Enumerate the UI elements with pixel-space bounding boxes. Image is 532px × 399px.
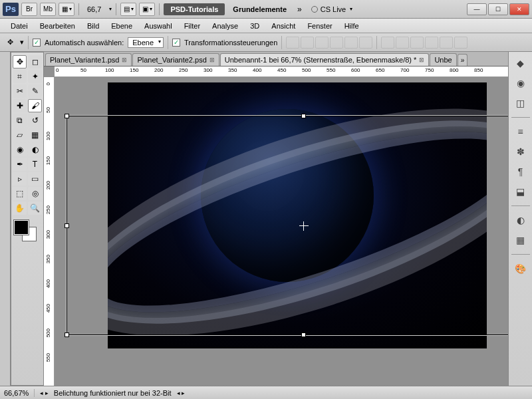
- tab-more[interactable]: »: [458, 54, 468, 66]
- transform-bounding-box[interactable]: [66, 116, 508, 335]
- dist-left[interactable]: [425, 37, 438, 49]
- menu-fenster[interactable]: Fenster: [302, 20, 337, 32]
- zoom-value[interactable]: 66,7: [83, 5, 105, 13]
- bridge-button[interactable]: Br: [21, 3, 37, 16]
- align-right[interactable]: [359, 37, 372, 49]
- adjustments-panel-icon[interactable]: ≡: [513, 124, 528, 139]
- horizontal-ruler[interactable]: 0501001502002503003504004505005506006507…: [55, 66, 508, 77]
- dodge-tool[interactable]: ◐: [28, 143, 42, 156]
- stamp-tool[interactable]: ⧉: [13, 114, 27, 127]
- align-left[interactable]: [330, 37, 343, 49]
- minimize-button[interactable]: —: [467, 3, 487, 15]
- workspace-more-icon[interactable]: »: [295, 5, 305, 14]
- dist-right[interactable]: [454, 37, 467, 49]
- bw-panel-icon[interactable]: ◐: [513, 213, 528, 227]
- wand-tool[interactable]: ✦: [28, 70, 42, 83]
- menu-ebene[interactable]: Ebene: [106, 20, 138, 32]
- canvas-area[interactable]: [55, 77, 508, 386]
- crop-tool[interactable]: ✂: [13, 84, 27, 98]
- move-tool-icon[interactable]: ✥: [4, 37, 16, 49]
- auto-select-checkbox[interactable]: ✓: [33, 39, 41, 47]
- color-panel-icon[interactable]: 🎨: [513, 261, 528, 276]
- screenmode-button[interactable]: ▣▾: [139, 3, 155, 16]
- paths-panel-icon[interactable]: ◫: [513, 96, 528, 110]
- hand-tool[interactable]: ✋: [13, 201, 27, 215]
- 3d-camera-tool[interactable]: ◎: [28, 187, 42, 200]
- transform-handle-sw[interactable]: [65, 332, 69, 337]
- transform-center[interactable]: [299, 221, 309, 231]
- align-vcenter[interactable]: [301, 37, 314, 49]
- status-zoom[interactable]: 66,67%: [4, 389, 35, 397]
- tab-planet-variante1[interactable]: Planet_Variante1.psd⊠: [45, 53, 132, 66]
- vertical-ruler[interactable]: 050100150200250300350400450500550: [44, 77, 55, 386]
- transform-handle-s[interactable]: [301, 332, 306, 337]
- color-swatches[interactable]: [13, 220, 39, 244]
- shape-tool[interactable]: ▭: [28, 172, 42, 186]
- menu-auswahl[interactable]: Auswahl: [139, 20, 178, 32]
- menu-bearbeiten[interactable]: Bearbeiten: [35, 20, 80, 32]
- menu-ansicht[interactable]: Ansicht: [266, 20, 301, 32]
- gradient-tool[interactable]: ▦: [28, 128, 42, 142]
- lasso-tool[interactable]: ⌗: [13, 70, 27, 83]
- menu-analyse[interactable]: Analyse: [207, 20, 243, 32]
- menu-datei[interactable]: Datei: [5, 20, 33, 32]
- marquee-tool[interactable]: ◻: [28, 55, 42, 68]
- history-brush-tool[interactable]: ↺: [28, 114, 42, 127]
- tab-planet-variante2[interactable]: Planet_Variante2.psd⊠: [132, 53, 219, 66]
- menu-bild[interactable]: Bild: [82, 20, 104, 32]
- menu-hilfe[interactable]: Hilfe: [339, 20, 364, 32]
- close-tab-icon[interactable]: ⊠: [122, 57, 127, 63]
- arrange-button[interactable]: ▤▾: [120, 3, 136, 16]
- tab-label: Unbenannt-1 bei 66,7% (Sternenstraße, Eb…: [225, 56, 417, 64]
- tab-unbenannt-1[interactable]: Unbenannt-1 bei 66,7% (Sternenstraße, Eb…: [220, 53, 430, 66]
- left-gutter: [0, 52, 11, 386]
- status-nav[interactable]: ◂ ▸: [40, 390, 49, 396]
- brush-tool[interactable]: 🖌: [28, 99, 42, 112]
- tab-label: Planet_Variante1.psd: [50, 56, 119, 64]
- foreground-color[interactable]: [14, 220, 29, 235]
- type-tool[interactable]: T: [28, 158, 42, 171]
- close-button[interactable]: ✕: [509, 3, 529, 15]
- character-panel-icon[interactable]: ✽: [513, 144, 528, 159]
- status-nav2[interactable]: ◂ ▸: [177, 390, 186, 396]
- dist-hcenter[interactable]: [440, 37, 453, 49]
- maximize-button[interactable]: ☐: [488, 3, 508, 15]
- tool-preset-dropdown[interactable]: ▾: [20, 38, 24, 47]
- eyedropper-tool[interactable]: ✎: [28, 84, 42, 98]
- close-tab-icon[interactable]: ⊠: [419, 57, 424, 63]
- blur-tool[interactable]: ◉: [13, 143, 27, 156]
- eraser-tool[interactable]: ▱: [13, 128, 27, 142]
- align-bottom[interactable]: [315, 37, 329, 49]
- transform-handle-w[interactable]: [65, 223, 69, 228]
- pen-tool[interactable]: ✒: [13, 158, 27, 171]
- styles-panel-icon[interactable]: ⬓: [513, 184, 528, 199]
- transform-handle-nw[interactable]: [65, 114, 69, 118]
- dist-vcenter[interactable]: [396, 37, 409, 49]
- menu-3d[interactable]: 3D: [245, 20, 265, 32]
- layers-panel-icon[interactable]: ◆: [513, 56, 528, 70]
- minibridge-button[interactable]: Mb: [40, 3, 56, 16]
- cslive-button[interactable]: CS Live▾: [307, 5, 357, 13]
- transform-handle-n[interactable]: [301, 114, 306, 118]
- transform-controls-checkbox[interactable]: ✓: [172, 39, 180, 47]
- workspace-grundelemente[interactable]: Grundelemente: [227, 5, 292, 13]
- channels-panel-icon[interactable]: ◉: [513, 76, 528, 90]
- path-select-tool[interactable]: ▹: [13, 172, 27, 186]
- paragraph-panel-icon[interactable]: ¶: [513, 164, 528, 179]
- auto-select-dropdown[interactable]: Ebene: [128, 37, 164, 48]
- dist-top[interactable]: [381, 37, 394, 49]
- move-tool[interactable]: ✥: [13, 55, 27, 68]
- align-hcenter[interactable]: [344, 37, 358, 49]
- zoom-tool[interactable]: 🔍: [28, 201, 42, 215]
- workspace-psdtutorials[interactable]: PSD-Tutorials: [164, 3, 225, 15]
- close-tab-icon[interactable]: ⊠: [209, 57, 215, 63]
- dist-bottom[interactable]: [410, 37, 424, 49]
- align-top[interactable]: [286, 37, 299, 49]
- tab-overflow[interactable]: Unbe: [430, 53, 456, 66]
- swatches-panel-icon[interactable]: ▦: [513, 233, 528, 247]
- zoom-dropdown-icon[interactable]: ▾: [109, 6, 112, 12]
- menu-filter[interactable]: Filter: [179, 20, 205, 32]
- view-extras-button[interactable]: ▦▾: [59, 3, 74, 16]
- heal-tool[interactable]: ✚: [13, 99, 27, 112]
- 3d-tool[interactable]: ⬚: [13, 187, 27, 200]
